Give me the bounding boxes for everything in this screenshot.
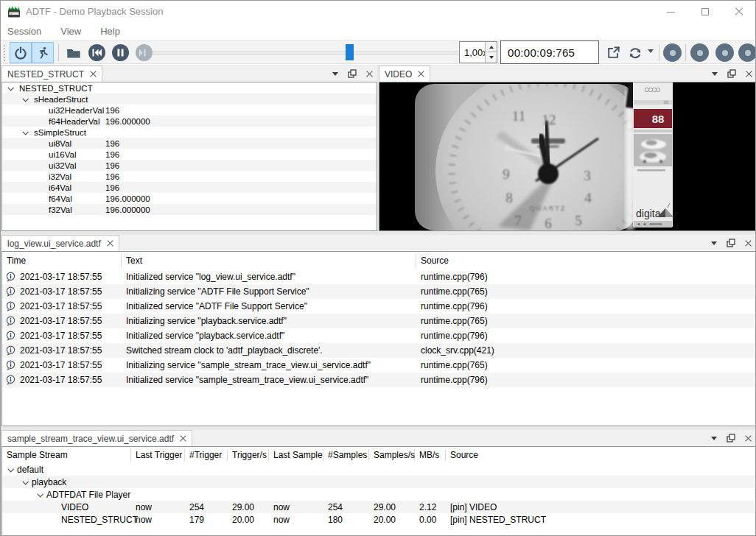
column-header-last-sample[interactable]: Last Sample <box>269 449 323 461</box>
column-header-time[interactable]: Time <box>2 254 122 267</box>
trace-stream-name: ADTFDAT File Player <box>46 490 130 500</box>
panel-log-view: log_view.ui_service.adtf Time Text Sourc… <box>1 235 756 426</box>
menu-help[interactable]: Help <box>100 26 120 37</box>
tab-close-icon[interactable] <box>90 71 97 77</box>
panel-header: log_view.ui_service.adtf <box>1 235 756 251</box>
repeat-dropdown-caret[interactable] <box>648 49 654 53</box>
log-row[interactable]: 2021-03-17 18:57:55 Initialized service … <box>2 299 755 314</box>
column-header--trigger[interactable]: #Trigger <box>185 449 228 461</box>
log-row[interactable]: 2021-03-17 18:57:55 Initialized service … <box>2 269 755 284</box>
tree-row[interactable]: f64HeaderVal 196.000000 <box>2 116 377 127</box>
column-header-source[interactable]: Source <box>416 254 755 267</box>
tree-node-name: ui8Val <box>49 139 71 148</box>
trace-sample-rate: 20.00 <box>369 515 415 525</box>
tab-sample-stream-trace[interactable]: sample_stream_trace_view.ui_service.adtf <box>1 430 192 446</box>
trace-row[interactable]: VIDEO now 254 29.00 now 254 29.00 2.12 [… <box>2 501 755 513</box>
panel-menu-icon[interactable] <box>711 437 717 440</box>
tree-row[interactable]: f32Val 196.000000 <box>2 204 377 215</box>
tree-row[interactable]: i64Val 196 <box>2 182 377 193</box>
tab-close-icon[interactable] <box>107 240 113 247</box>
record-button-1[interactable] <box>663 43 682 62</box>
runner-icon <box>35 46 50 60</box>
clock-numeral: 3 <box>584 168 591 183</box>
timeline-slider[interactable] <box>152 42 473 63</box>
toolbar-grip[interactable] <box>3 44 6 62</box>
tree-node-value: 196 <box>105 139 119 148</box>
record-button-4[interactable] <box>738 43 756 62</box>
column-header--samples[interactable]: #Samples <box>323 449 369 461</box>
run-button[interactable] <box>32 42 54 63</box>
tab-close-icon[interactable] <box>180 435 186 442</box>
tab-log-view[interactable]: log_view.ui_service.adtf <box>1 235 119 251</box>
expand-chevron-icon[interactable] <box>7 466 13 472</box>
log-row[interactable]: 2021-03-17 18:57:55 Initialized service … <box>2 373 755 387</box>
panel-float-icon[interactable] <box>348 69 357 78</box>
expand-chevron-icon[interactable] <box>37 491 43 497</box>
trace-mb-rate: 2.12 <box>415 502 446 512</box>
power-button[interactable] <box>10 42 32 63</box>
close-button[interactable] <box>722 1 755 23</box>
panel-close-icon[interactable] <box>745 435 752 442</box>
log-row[interactable]: 2021-03-17 18:57:55 Initializing service… <box>2 358 755 373</box>
panel-close-icon[interactable] <box>745 240 752 247</box>
column-header-samples-s[interactable]: Samples/s <box>369 449 415 461</box>
speed-spinbox[interactable]: 1,00x <box>459 41 497 63</box>
export-button[interactable] <box>603 42 623 63</box>
trace-row[interactable]: NESTED_STRUCT now 179 20.00 now 180 20.0… <box>2 513 755 526</box>
log-row[interactable]: 2021-03-17 18:57:55 Initialized service … <box>2 328 755 343</box>
panel-menu-icon[interactable] <box>712 72 718 76</box>
panel-close-icon[interactable] <box>366 71 373 77</box>
record-button-2[interactable] <box>690 43 709 62</box>
tree-row[interactable]: ui8Val 196 <box>2 138 377 149</box>
column-header-trigger-s[interactable]: Trigger/s <box>228 449 269 461</box>
log-row[interactable]: 2021-03-17 18:57:55 Initializing service… <box>2 284 755 299</box>
skip-to-start-button[interactable] <box>86 42 107 63</box>
menu-view[interactable]: View <box>60 26 81 37</box>
column-header-sample-stream[interactable]: Sample Stream <box>2 449 131 461</box>
repeat-button[interactable] <box>624 42 646 63</box>
expand-chevron-icon[interactable] <box>22 129 28 135</box>
panel-close-icon[interactable] <box>746 71 752 77</box>
panel-header: sample_stream_trace_view.ui_service.adtf <box>1 430 756 446</box>
tree-row[interactable]: f64Val 196.000000 <box>2 193 377 204</box>
log-row[interactable]: 2021-03-17 18:57:55 Initializing service… <box>2 314 755 328</box>
panel-menu-icon[interactable] <box>332 72 338 76</box>
log-time: 2021-03-17 18:57:55 <box>20 345 102 356</box>
panel-float-icon[interactable] <box>727 239 735 247</box>
panel-float-icon[interactable] <box>727 434 735 442</box>
expand-chevron-icon[interactable] <box>22 96 28 102</box>
speed-decrease-button[interactable] <box>486 52 497 63</box>
minimize-button[interactable] <box>654 1 687 23</box>
slider-handle[interactable] <box>346 44 354 60</box>
record-button-3[interactable] <box>715 43 734 62</box>
tree-row[interactable]: sHeaderStruct <box>2 94 377 105</box>
time-display[interactable]: 00:00:09:765 <box>500 40 599 64</box>
speed-increase-button[interactable] <box>486 42 497 52</box>
trace-row[interactable]: playback <box>2 476 755 488</box>
column-header-text[interactable]: Text <box>122 254 416 267</box>
tab-close-icon[interactable] <box>418 71 424 77</box>
open-file-button[interactable] <box>63 42 85 63</box>
log-row[interactable]: 2021-03-17 18:57:55 Switched stream cloc… <box>2 343 755 358</box>
panel-float-icon[interactable] <box>727 69 736 78</box>
column-header-last-trigger[interactable]: Last Trigger <box>131 449 185 461</box>
trace-row[interactable]: default <box>2 463 755 476</box>
maximize-button[interactable] <box>688 1 721 23</box>
tree-row[interactable]: ui32HeaderVal 196 <box>2 105 377 116</box>
tab-nested-struct[interactable]: NESTED_STRUCT <box>1 66 102 82</box>
tree-row[interactable]: ui16Val 196 <box>2 149 377 160</box>
expand-chevron-icon[interactable] <box>22 479 28 484</box>
panel-menu-icon[interactable] <box>711 241 717 245</box>
expand-chevron-icon[interactable] <box>7 85 13 91</box>
tree-row[interactable]: sSimpleStruct <box>2 127 377 138</box>
tree-row[interactable]: ui32Val 196 <box>2 160 377 171</box>
tab-video[interactable]: VIDEO <box>379 66 430 82</box>
skip-to-next-button[interactable] <box>133 42 154 63</box>
menu-session[interactable]: Session <box>7 26 41 37</box>
tree-row[interactable]: NESTED_STRUCT <box>2 82 377 94</box>
tree-row[interactable]: i32Val 196 <box>2 171 377 182</box>
column-header-mb-s[interactable]: MB/s <box>415 449 446 461</box>
pause-button[interactable] <box>110 42 130 63</box>
trace-row[interactable]: ADTFDAT File Player <box>2 488 755 501</box>
column-header-source[interactable]: Source <box>446 449 755 461</box>
